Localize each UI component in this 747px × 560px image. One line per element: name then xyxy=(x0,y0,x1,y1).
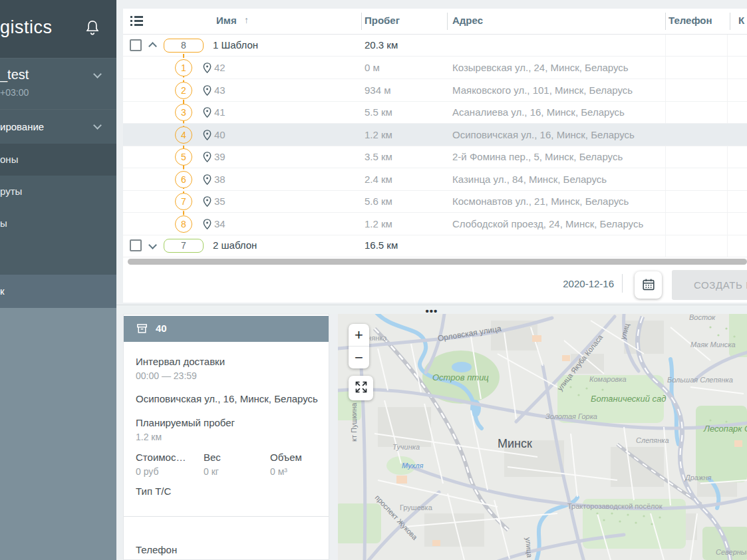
waypoint-name: 35 xyxy=(214,196,225,207)
map-label: Ботанический сад xyxy=(591,394,666,404)
waypoint-row[interactable]: 6 38 2.4 км Казинца ул., 84, Минск, Бела… xyxy=(123,168,747,191)
location-pin-icon xyxy=(203,130,212,140)
chevron-down-icon xyxy=(93,70,102,78)
chevron-down-icon xyxy=(93,121,102,130)
sort-asc-icon[interactable]: ↑ xyxy=(244,15,249,25)
volume-value: 0 м³ xyxy=(270,466,287,477)
location-pin-icon xyxy=(203,219,212,229)
list-icon[interactable] xyxy=(130,16,143,27)
details-header: 40 xyxy=(124,316,329,342)
column-divider xyxy=(361,13,362,30)
waypoint-name: 39 xyxy=(214,151,225,162)
create-route-button[interactable]: СОЗДАТЬ М xyxy=(672,270,747,300)
template-group-row[interactable]: 7 2 шаблон 16.5 км xyxy=(123,235,747,257)
waypoint-address: Козыревская ул., 24, Минск, Беларусь xyxy=(452,62,629,73)
map-label: Тучинка xyxy=(392,443,420,451)
sidebar-item-orders[interactable]: ы xyxy=(0,208,116,239)
zoom-in-button[interactable]: + xyxy=(349,324,369,346)
map-label: Лесопарк С xyxy=(704,424,747,434)
collapse-icon[interactable] xyxy=(148,42,157,51)
details-divider xyxy=(124,516,329,517)
sidebar-item-routes[interactable]: руты xyxy=(0,176,116,208)
logo-band: gistics xyxy=(0,0,116,59)
sidebar-item-label: руты xyxy=(0,186,22,197)
waypoint-mileage: 0 м xyxy=(365,62,380,73)
waypoint-row[interactable]: 4 40 1.2 км Осиповичская ул., 16, Минск,… xyxy=(123,124,747,146)
sidebar-item-label: оны xyxy=(0,154,18,165)
templates-table: Имя ↑ Пробег Адрес Телефон К 8 1 Шаблон … xyxy=(123,9,747,303)
zoom-out-button[interactable]: − xyxy=(349,347,369,368)
map[interactable]: онянкаОрловская улицаОстров птицКомаровк… xyxy=(338,314,747,560)
fullscreen-button[interactable] xyxy=(349,376,373,400)
waypoint-number-badge: 3 xyxy=(175,104,192,121)
column-divider xyxy=(447,13,448,30)
table-rows: 8 1 Шаблон 20.3 км 1 42 0 м Козыревская … xyxy=(123,35,747,257)
waypoint-address: Казинца ул., 84, Минск, Беларусь xyxy=(452,174,607,185)
map-label: Слепянка xyxy=(636,436,669,444)
calendar-button[interactable] xyxy=(635,271,662,299)
waypoint-row[interactable]: 5 39 3.5 км 2-й Фомина пер., 5, Минск, Б… xyxy=(123,146,747,168)
location-pin-icon xyxy=(203,152,212,162)
notifications-bell-icon[interactable] xyxy=(85,20,100,36)
waypoint-row[interactable]: 1 42 0 м Козыревская ул., 24, Минск, Бел… xyxy=(123,57,747,79)
waypoint-address: Осиповичская ул., 16, Минск, Беларусь xyxy=(452,129,635,140)
waypoint-number-badge: 8 xyxy=(175,215,192,233)
interval-value: 00:00 — 23:59 xyxy=(136,370,197,381)
waypoint-mileage: 2.4 км xyxy=(365,174,392,185)
column-header-name[interactable]: Имя xyxy=(216,15,237,26)
map-label: Грушевка xyxy=(400,503,432,511)
phone-label: Телефон xyxy=(136,544,177,555)
user-name: _test xyxy=(0,67,29,82)
waypoint-mileage: 1.2 км xyxy=(365,218,392,229)
app-logo: gistics xyxy=(0,17,53,38)
waypoint-number-badge: 4 xyxy=(175,126,192,144)
checkbox[interactable] xyxy=(130,39,142,51)
column-header-comment[interactable]: К xyxy=(738,15,744,26)
scrollbar-thumb[interactable] xyxy=(128,259,747,265)
sidebar-item-templates[interactable]: оны xyxy=(0,144,116,176)
waypoint-name: 34 xyxy=(214,218,225,229)
template-mileage: 20.3 км xyxy=(365,39,398,51)
expand-arrows-icon xyxy=(355,380,368,394)
waypoint-mileage: 1.2 км xyxy=(365,129,392,140)
waypoint-name: 42 xyxy=(214,62,225,73)
user-timezone: +03:00 xyxy=(0,87,29,98)
location-pin-icon xyxy=(203,85,212,96)
sidebar-item-lower[interactable]: к xyxy=(0,275,116,308)
sidebar: gistics _test +03:00 ирование оны руты ы… xyxy=(0,0,116,560)
waypoint-address: Асаналиева ул., 16, Минск, Беларусь xyxy=(452,106,625,118)
user-account-block[interactable]: _test +03:00 xyxy=(0,59,116,110)
waypoint-details-panel: 40 Интервал доставки 00:00 — 23:59 Осипо… xyxy=(123,314,329,560)
waypoint-row[interactable]: 3 41 5.5 км Асаналиева ул., 16, Минск, Б… xyxy=(123,101,747,124)
details-address: Осиповичская ул., 16, Минск, Беларусь xyxy=(136,393,318,404)
planned-mileage-value: 1.2 км xyxy=(136,432,162,442)
horizontal-scrollbar xyxy=(123,258,747,266)
weight-value: 0 кг xyxy=(204,466,219,477)
interval-label: Интервал доставки xyxy=(136,356,225,367)
column-divider xyxy=(665,13,666,30)
template-name: 1 Шаблон xyxy=(213,39,258,51)
waypoint-row[interactable]: 8 34 1.2 км Слободской проезд, 24, Минск… xyxy=(123,213,747,235)
vehicle-type-label: Тип Т/С xyxy=(136,486,171,497)
sidebar-item-label: ы xyxy=(0,217,7,229)
weight-label: Вес xyxy=(204,452,221,463)
waypoint-row[interactable]: 2 43 934 м Маяковского ул., 101, Минск, … xyxy=(123,79,747,102)
sidebar-section-planning[interactable]: ирование xyxy=(0,110,116,144)
template-group-row[interactable]: 8 1 Шаблон 20.3 км xyxy=(123,35,747,57)
column-header-mileage[interactable]: Пробег xyxy=(365,15,400,26)
footer-divider xyxy=(622,274,623,293)
waypoint-row[interactable]: 7 35 5.6 км Космонавтов ул., 21, Минск, … xyxy=(123,190,747,213)
waypoint-number-badge: 6 xyxy=(175,171,192,188)
checkbox[interactable] xyxy=(130,239,142,251)
column-header-phone[interactable]: Телефон xyxy=(669,15,712,26)
column-header-address[interactable]: Адрес xyxy=(452,15,483,26)
volume-label: Объем xyxy=(270,452,302,463)
expand-icon[interactable] xyxy=(148,241,157,249)
panel-splitter[interactable]: ••• xyxy=(116,305,747,314)
cost-value: 0 руб xyxy=(136,466,158,477)
waypoint-number-badge: 7 xyxy=(175,193,192,210)
planned-mileage-label: Планируемый пробег xyxy=(136,417,235,428)
waypoint-name: 40 xyxy=(214,129,225,140)
map-label: Минск xyxy=(498,437,532,451)
selected-date: 2020-12-16 xyxy=(496,278,614,289)
